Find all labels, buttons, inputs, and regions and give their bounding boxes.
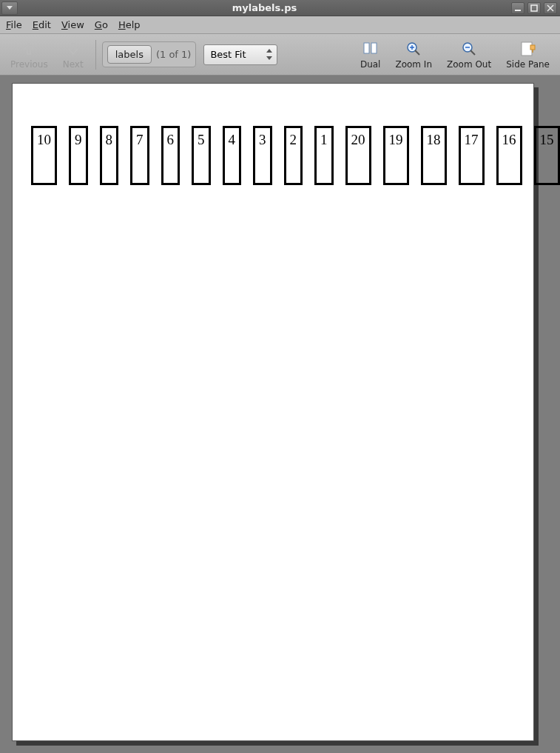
close-icon: [547, 4, 554, 12]
toolbar-separator: [95, 40, 96, 70]
label-value: 8: [106, 132, 113, 148]
label-value: 15: [540, 132, 554, 148]
label-cell: 10: [32, 127, 56, 184]
label-cell: 16: [497, 127, 522, 184]
svg-rect-0: [515, 10, 521, 11]
arrow-down-icon: [64, 40, 82, 58]
minimize-icon: [514, 4, 522, 12]
next-label: Next: [63, 59, 84, 70]
svg-rect-4: [364, 43, 369, 53]
document-page: 10 9 8 7 6 5 4 3 2 1 20 19 18 17 16 15 1: [12, 83, 534, 741]
app-window: mylabels.ps File Edit View Go Help Previ…: [0, 0, 560, 753]
svg-rect-1: [531, 5, 537, 11]
label-cell: 1: [315, 127, 333, 184]
svg-line-11: [470, 50, 475, 55]
label-cell: 19: [384, 127, 408, 184]
menu-help[interactable]: Help: [118, 19, 141, 30]
zoom-mode-select[interactable]: Best Fit: [203, 44, 277, 65]
label-cell: 7: [131, 127, 149, 184]
svg-rect-5: [371, 43, 377, 53]
zoom-in-label: Zoom In: [395, 59, 432, 70]
chevron-down-icon: [266, 56, 272, 60]
menu-edit[interactable]: Edit: [33, 19, 51, 30]
next-button[interactable]: Next: [57, 39, 90, 71]
chevron-down-icon: [7, 6, 13, 10]
dual-page-button[interactable]: Dual: [354, 39, 387, 71]
label-cell: 2: [285, 127, 303, 184]
side-pane-icon: [519, 40, 537, 58]
label-cell: 4: [223, 127, 241, 184]
label-cell: 6: [162, 127, 180, 184]
label-cell: 17: [459, 127, 484, 184]
svg-rect-14: [530, 45, 535, 50]
previous-button[interactable]: Previous: [4, 39, 54, 71]
label-value: 6: [167, 132, 175, 148]
page-count-label: (1 of 1): [156, 49, 191, 60]
label-value: 3: [259, 132, 266, 148]
side-pane-button[interactable]: Side Pane: [500, 39, 556, 71]
page-label-button[interactable]: labels: [107, 45, 152, 64]
label-cell: 15: [535, 127, 559, 184]
side-pane-label: Side Pane: [506, 59, 550, 70]
label-value: 2: [290, 132, 297, 148]
label-cell: 18: [422, 127, 446, 184]
zoom-spin-up[interactable]: [265, 47, 274, 55]
menu-go[interactable]: Go: [95, 19, 108, 30]
label-value: 19: [389, 132, 403, 148]
svg-line-7: [415, 50, 419, 55]
label-cell: 5: [192, 127, 210, 184]
label-value: 16: [502, 132, 516, 148]
menu-view[interactable]: View: [61, 19, 84, 30]
label-value: 1: [320, 132, 328, 148]
menu-file[interactable]: File: [6, 19, 22, 30]
zoom-spin-down[interactable]: [265, 55, 274, 62]
zoom-in-button[interactable]: Zoom In: [389, 39, 438, 71]
label-value: 5: [198, 132, 205, 148]
label-value: 18: [427, 132, 441, 148]
window-controls: [511, 2, 560, 14]
dual-page-icon: [362, 40, 379, 58]
label-value: 10: [37, 132, 51, 148]
label-value: 9: [75, 132, 82, 148]
chevron-up-icon: [266, 49, 272, 53]
zoom-mode-value: Best Fit: [210, 49, 246, 60]
zoom-out-label: Zoom Out: [447, 59, 491, 70]
label-cell: 3: [254, 127, 271, 184]
label-value: 17: [465, 132, 479, 148]
page-selector-group: labels (1 of 1): [102, 41, 197, 67]
window-title: mylabels.ps: [18, 2, 511, 13]
zoom-in-icon: [405, 40, 422, 58]
maximize-button[interactable]: [527, 2, 541, 14]
close-button[interactable]: [544, 2, 557, 14]
label-cell: 9: [70, 127, 87, 184]
window-menu-button[interactable]: [1, 1, 18, 15]
label-value: 4: [229, 132, 236, 148]
label-cell: 20: [346, 127, 371, 184]
dual-label: Dual: [360, 59, 381, 70]
titlebar: mylabels.ps: [0, 0, 560, 16]
menubar: File Edit View Go Help: [0, 16, 560, 34]
zoom-out-icon: [460, 40, 478, 58]
toolbar: Previous Next labels (1 of 1) Best Fit: [0, 34, 560, 76]
page-wrapper: 10 9 8 7 6 5 4 3 2 1 20 19 18 17 16 15 1: [12, 83, 539, 746]
label-grid: 10 9 8 7 6 5 4 3 2 1 20 19 18 17 16 15 1: [32, 127, 514, 733]
label-value: 7: [136, 132, 144, 148]
previous-label: Previous: [10, 59, 48, 70]
maximize-icon: [530, 4, 538, 12]
label-cell: 8: [101, 127, 118, 184]
label-value: 20: [351, 132, 365, 148]
document-viewport[interactable]: 10 9 8 7 6 5 4 3 2 1 20 19 18 17 16 15 1: [0, 76, 560, 753]
zoom-spinner: [265, 47, 274, 62]
minimize-button[interactable]: [511, 2, 524, 14]
zoom-out-button[interactable]: Zoom Out: [441, 39, 497, 71]
arrow-up-icon: [20, 40, 38, 58]
